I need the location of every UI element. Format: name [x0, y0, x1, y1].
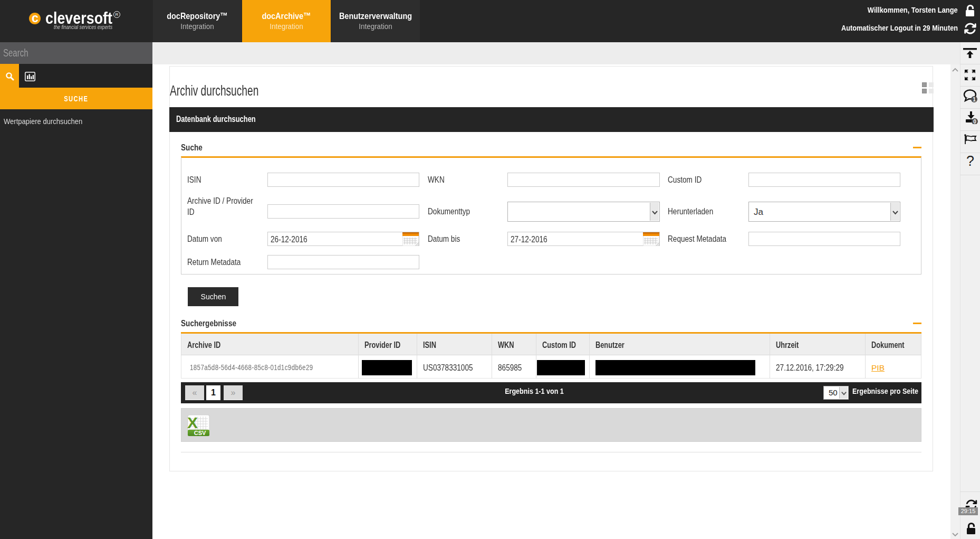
svg-text:X: X [187, 414, 198, 431]
svg-text:1: 1 [973, 97, 976, 102]
svg-text:CSV: CSV [194, 430, 206, 436]
svg-text:0: 0 [973, 119, 976, 124]
